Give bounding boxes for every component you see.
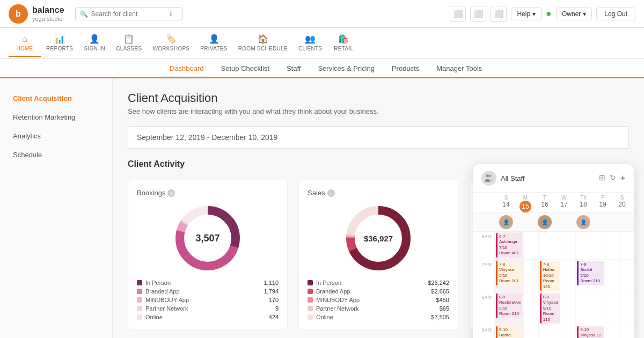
cal-cell: 7-8Vinyasa5/10Room 201: [494, 260, 523, 292]
cal-days-header: S 14 M 15 T 16 W 17: [473, 193, 634, 213]
status-dot: ●: [546, 8, 552, 19]
tab-reports[interactable]: 📊 REPORTS: [41, 30, 78, 57]
tab-privates[interactable]: 👤 PRIVATES: [195, 30, 232, 57]
subnav-products[interactable]: Products: [383, 60, 428, 78]
logo-area: b balance yoga studio: [9, 4, 64, 24]
legend-item: Branded App 1,794: [137, 288, 279, 295]
cal-cell: [619, 325, 634, 338]
avatar-cell: 👤: [574, 215, 593, 229]
tab-signin-label: SIGN IN: [84, 46, 105, 52]
cal-refresh-icon[interactable]: ↻: [610, 173, 616, 183]
subnav-services[interactable]: Services & Pricing: [309, 60, 383, 78]
search-bar[interactable]: 🔍 ℹ: [75, 8, 182, 20]
cal-day-col: S 20: [612, 195, 632, 212]
cal-header-icons: ⊞ ↻ +: [599, 173, 625, 183]
sidebar-item-schedule[interactable]: Schedule: [0, 145, 112, 164]
cal-cell: 7-8Sculpt5/10Room 210: [575, 260, 604, 292]
search-input[interactable]: [91, 10, 166, 18]
home-icon: ⌂: [22, 34, 27, 44]
staff-avatar-2: 👤: [538, 215, 552, 229]
chart-bookings: Bookings i 3,507 In Person 1,110: [128, 180, 288, 329]
chart-offers: Intro Offers Sold i 129 In Person: [469, 180, 629, 329]
chart-sales: Sales i $36,927 In Person $26,24: [298, 180, 458, 329]
cal-time-6am: 6AM: [473, 232, 494, 260]
chart-bookings-label: Bookings i: [137, 189, 279, 197]
help-chevron: ▾: [532, 10, 536, 18]
cal-cell: [619, 232, 634, 260]
cal-event[interactable]: 7-8Sculpt5/10Room 210: [577, 261, 603, 285]
cal-time-9am: 9AM: [473, 325, 494, 338]
logout-button[interactable]: Log Out: [596, 8, 635, 20]
cal-event[interactable]: 7-8Hatha10/10Room 130: [540, 261, 560, 291]
cal-time-8am: 8AM: [473, 292, 494, 325]
icon-btn-2[interactable]: ⬜: [470, 6, 486, 22]
cal-grid: 6AM 6-7Ashtanga7/10Room 401 7AM: [473, 232, 634, 338]
subnav-dashboard[interactable]: Dashboard: [161, 60, 213, 78]
sidebar: Client Acquisition Retention Marketing A…: [0, 78, 113, 338]
content-area: Client Acquisition See how clients are i…: [113, 78, 644, 338]
bookings-legend: In Person 1,110 Branded App 1,794 MINDBO…: [137, 280, 279, 320]
tab-clients[interactable]: 👥 CLIENTS: [293, 30, 327, 57]
tab-home-label: HOME: [16, 46, 33, 52]
search-icon: 🔍: [80, 10, 88, 18]
cal-event[interactable]: 8-9Restorative9/10Room 210: [496, 293, 522, 318]
cal-cell: [619, 292, 634, 325]
legend-item: Branded App $2,665: [308, 288, 449, 295]
tab-roomschedule-label: ROOM SCHEDULE: [238, 46, 288, 52]
cal-add-icon[interactable]: +: [620, 173, 625, 183]
cal-event[interactable]: 7-8Vinyasa5/10Room 201: [496, 261, 522, 285]
cal-event[interactable]: 8-9Vinyasa9/10Room 110: [540, 293, 560, 324]
nav-tabs: ⌂ HOME 📊 REPORTS 👤 SIGN IN 📋 CLASSES 🏷️ …: [0, 28, 644, 59]
legend-item: MINDBODY App $450: [308, 297, 449, 303]
tab-retail-label: RETAIL: [334, 46, 353, 52]
cal-time-7am: 7AM: [473, 260, 494, 292]
cal-cell: [523, 232, 538, 260]
sidebar-item-analytics[interactable]: Analytics: [0, 127, 112, 145]
tab-retail[interactable]: 🛍️ RETAIL: [327, 30, 360, 57]
cal-grid-icon[interactable]: ⊞: [599, 173, 605, 183]
bookings-info-icon[interactable]: i: [167, 189, 175, 197]
info-icon: ℹ: [170, 10, 172, 18]
retail-icon: 🛍️: [338, 34, 349, 44]
subnav-setup[interactable]: Setup Checklist: [213, 60, 278, 78]
cal-cell: [575, 232, 604, 260]
icon-btn-3[interactable]: ⬜: [491, 6, 507, 22]
date-range-text: September 12, 2019 - December 10, 2019: [137, 133, 277, 142]
sales-info-icon[interactable]: i: [327, 189, 335, 197]
avatar-cell: 👤: [535, 215, 554, 229]
top-bar: b balance yoga studio 🔍 ℹ ⬜ ⬜ ⬜ Help ▾ ●…: [0, 0, 644, 28]
cal-staff-avatar: [481, 171, 496, 186]
help-button[interactable]: Help ▾: [511, 8, 541, 20]
tab-signin[interactable]: 👤 SIGN IN: [78, 30, 111, 57]
sidebar-item-retention[interactable]: Retention Marketing: [0, 108, 112, 127]
cal-event[interactable]: 6-7Ashtanga7/10Room 401: [496, 233, 522, 258]
cal-cell: [605, 325, 619, 338]
reports-icon: 📊: [54, 34, 65, 44]
tab-classes[interactable]: 📋 CLASSES: [111, 30, 147, 57]
icon-btn-1[interactable]: ⬜: [450, 6, 466, 22]
tab-home[interactable]: ⌂ HOME: [9, 30, 41, 57]
tab-clients-label: CLIENTS: [298, 46, 322, 52]
bookings-donut-container: 3,507: [137, 203, 279, 273]
cal-cell: [619, 260, 634, 292]
cal-cell: 7-8Hatha10/10Room 130: [538, 260, 561, 292]
legend-item: Partner Network $65: [308, 305, 449, 312]
cal-day-col: S 14: [496, 195, 516, 212]
subnav-manager[interactable]: Manager Tools: [428, 60, 491, 78]
sidebar-item-client-acquisition[interactable]: Client Acquisition: [0, 89, 112, 108]
subnav-staff[interactable]: Staff: [278, 60, 310, 78]
signin-icon: 👤: [89, 34, 100, 44]
cal-time-spacer: [475, 195, 496, 212]
cal-day-col: W 17: [554, 195, 574, 212]
tab-roomschedule[interactable]: 🏠 ROOM SCHEDULE: [233, 30, 293, 57]
tab-workshops[interactable]: 🏷️ WORKSHOPS: [148, 30, 195, 57]
cal-event[interactable]: 9-10Vinyasa L27/10Room 230: [577, 326, 603, 338]
date-range-bar: September 12, 2019 - December 10, 2019: [128, 126, 629, 149]
cal-event[interactable]: 9-10Hatha8/10Room 204: [496, 326, 522, 338]
owner-button[interactable]: Owner ▾: [556, 8, 592, 20]
main-layout: Client Acquisition Retention Marketing A…: [0, 78, 644, 338]
sub-nav: Dashboard Setup Checklist Staff Services…: [0, 59, 644, 78]
brand-name: balance: [32, 5, 64, 15]
cal-day-col: Th 18: [574, 195, 593, 212]
legend-item: MINDBODY App 170: [137, 297, 279, 303]
